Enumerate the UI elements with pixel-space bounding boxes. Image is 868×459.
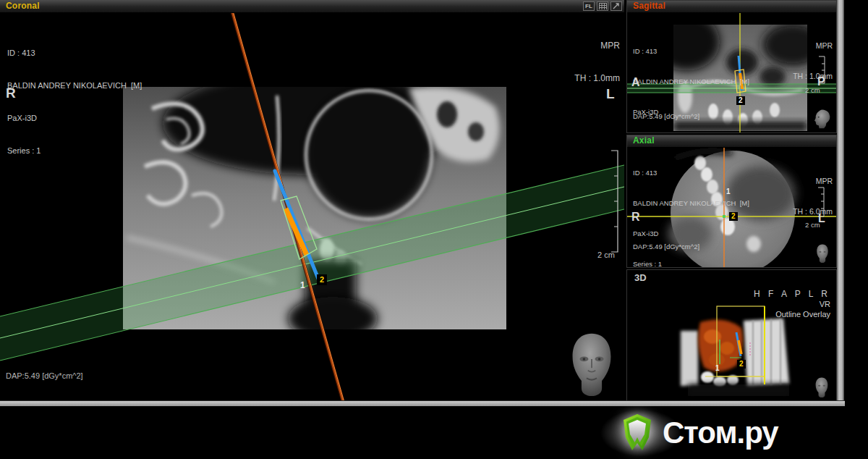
orientation-head-icon[interactable]: [570, 332, 613, 400]
fl-toggle-button[interactable]: FL: [583, 1, 595, 11]
device-name: PaX-i3D: [7, 113, 142, 124]
threed-panel[interactable]: 3D H F A P L R VR Outline Overlay 1 2: [626, 269, 837, 401]
implant-marker-2[interactable]: 2: [737, 360, 746, 369]
implant-marker-2[interactable]: 2: [317, 274, 327, 285]
coronal-header: Coronal FL: [0, 0, 624, 13]
coronal-patient-info: ID : 413 BALDIN ANDREY NIKOLAEVICH [M] P…: [7, 26, 142, 178]
threed-render-image: [675, 315, 794, 396]
implant-marker-1[interactable]: 1: [726, 188, 731, 195]
orientation-head-icon[interactable]: [814, 377, 830, 400]
dap-value: DAP:5.49 [dGy*cm^2]: [6, 371, 83, 382]
right-scrollbar[interactable]: [837, 0, 844, 406]
coronal-dose-info: DAP:5.49 [dGy*cm^2] 4 [mA] 89 [kVp] CT: [6, 349, 83, 401]
footer-bar: Стом.ру: [0, 406, 868, 459]
scale-label: 2 cm: [597, 250, 615, 259]
stom-ru-logo-icon: [618, 413, 657, 456]
patient-name: BALDIN ANDREY NIKOLAEVICH [M]: [633, 198, 749, 209]
dap-value: DAP:5.49 [dGy*cm^2]: [633, 111, 699, 122]
axial-title: Axial: [633, 135, 655, 146]
scale-label: 2 cm: [805, 86, 820, 94]
sagittal-dose-info: DAP:5.49 [dGy*cm^2] 4 [mA] 89 [kVp] CT: [633, 92, 699, 133]
dap-value: DAP:5.49 [dGy*cm^2]: [633, 242, 699, 252]
coronal-ct-image: [123, 87, 506, 329]
axial-header: Axial: [627, 135, 836, 148]
coronal-panel[interactable]: Coronal FL: [0, 0, 624, 401]
patient-name: BALDIN ANDREY NIKOLAEVICH [M]: [7, 80, 142, 91]
coronal-toolbar: FL: [583, 1, 622, 11]
patient-name: BALDIN ANDREY NIKOLAEVICH [M]: [633, 77, 749, 87]
sagittal-panel[interactable]: Sagittal ID : 413 BALDIN ANDREY NIKOLAEV…: [626, 0, 837, 133]
axial-panel[interactable]: Axial ID : 413 BALDIN ANDREY NIKOLAEVICH…: [626, 135, 837, 268]
grid-layout-icon[interactable]: [597, 1, 608, 11]
orientation-head-icon[interactable]: [814, 109, 832, 132]
orientation-left-label: R: [6, 85, 16, 101]
sagittal-header: Sagittal: [627, 1, 836, 13]
mode-label: MPR: [574, 41, 620, 51]
orientation-head-icon[interactable]: [815, 244, 830, 266]
thickness-label: TH : 6.0mm: [793, 206, 833, 216]
implant-marker-1[interactable]: 1: [300, 280, 305, 290]
orientation-right-label: L: [606, 86, 615, 102]
axial-dose-info: DAP:5.49 [dGy*cm^2] 4 [mA] 89 [kVp] CT: [633, 222, 699, 268]
scale-label: 2 cm: [805, 221, 820, 229]
sagittal-title: Sagittal: [633, 1, 665, 11]
mode-label: MPR: [793, 176, 833, 186]
implant-marker-2[interactable]: 2: [736, 96, 745, 105]
patient-id: ID : 413: [633, 168, 749, 178]
implant-marker-2[interactable]: 2: [729, 212, 738, 221]
expand-view-icon[interactable]: [610, 1, 622, 11]
render-mode-label: VR: [820, 300, 830, 308]
coronal-title: Coronal: [6, 1, 40, 11]
bottom-divider: [0, 400, 845, 406]
series-label: Series : 1: [7, 146, 142, 156]
patient-id: ID : 413: [633, 46, 749, 56]
thickness-label: TH : 1.0mm: [574, 73, 620, 84]
threed-title: 3D: [634, 272, 647, 283]
overlay-mode-label: Outline Overlay: [775, 310, 830, 319]
orientation-anterior-label: A: [631, 76, 640, 89]
brand-name: Стом.ру: [663, 416, 778, 450]
thickness-label: TH : 1.0mm: [793, 71, 833, 81]
implant-marker-1[interactable]: 1: [715, 364, 720, 372]
mode-label: MPR: [793, 41, 833, 51]
orientation-flags-label: H F A P L R: [754, 289, 830, 299]
patient-id: ID : 413: [7, 48, 142, 59]
